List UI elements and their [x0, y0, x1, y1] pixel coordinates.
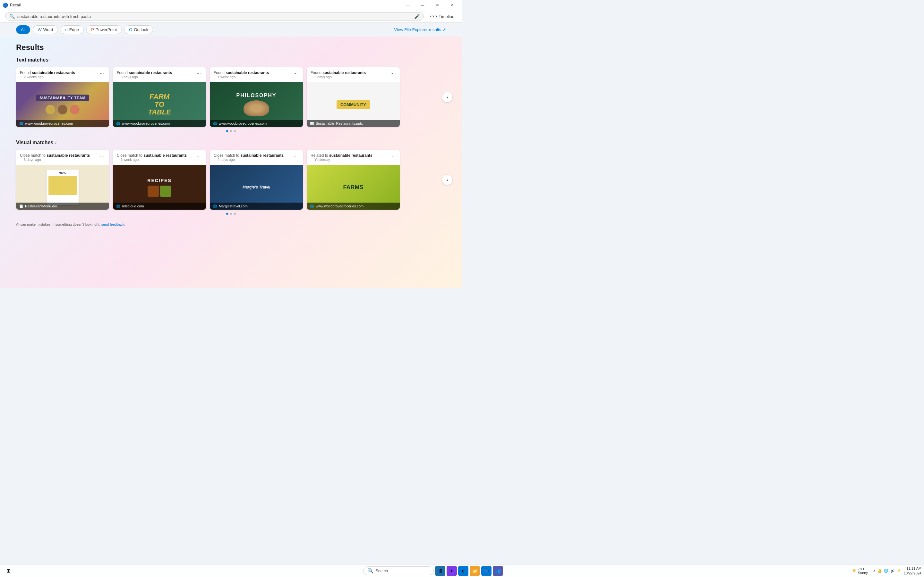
search-input[interactable]	[17, 14, 412, 19]
visual-card-image-2[interactable]: RECIPES 🌐 relecloud.com	[113, 165, 206, 210]
text-matches-section: Text matches › Found sustainable restaur…	[16, 57, 446, 132]
card-footer-text-2: www.woodgrovegroceries.com	[122, 121, 170, 125]
main-content: Results Text matches › Found sustainable…	[0, 37, 462, 288]
ai-disclaimer: AI can make mistakes. If something doesn…	[16, 222, 446, 229]
microphone-button[interactable]: 🎤	[414, 14, 420, 19]
text-matches-chevron[interactable]: ›	[50, 58, 52, 62]
ai-disclaimer-text: AI can make mistakes. If something doesn…	[16, 222, 100, 226]
visual-card-menu-button-1[interactable]: ···	[99, 153, 105, 159]
restore-button[interactable]: ⧉	[430, 0, 445, 10]
dot-1[interactable]	[226, 130, 228, 132]
visual-card-title-1: Close match to sustainable restaurants	[20, 153, 90, 158]
text-matches-label: Text matches	[16, 57, 48, 63]
visual-card-time-3: 2 days ago	[214, 158, 284, 163]
text-match-card-4: Found sustainable restaurants 5 days ago…	[307, 67, 400, 127]
titlebar-title: Recall	[10, 3, 401, 7]
card-footer-icon-2: 🌐	[116, 122, 120, 125]
card-image-3[interactable]: PHILOSOPHY 🌐 www.woodgrovegroceries.com	[210, 82, 303, 127]
card-menu-button-3[interactable]: ···	[292, 71, 299, 76]
dot-2[interactable]	[230, 130, 232, 132]
card-time-1: 2 weeks ago	[20, 75, 75, 81]
visual-card-time-1: 6 days ago	[20, 158, 90, 163]
more-options-button[interactable]: ···	[401, 0, 415, 10]
search-box-container: 🔍 🎤	[5, 12, 424, 21]
card-header-4: Found sustainable restaurants 5 days ago…	[307, 67, 400, 82]
visual-matches-chevron[interactable]: ›	[55, 140, 57, 145]
visual-card-menu-button-3[interactable]: ···	[292, 153, 299, 159]
visual-card-title-2: Close match to sustainable restaurants	[117, 153, 187, 158]
close-button[interactable]: ✕	[445, 0, 459, 10]
visual-matches-next-button[interactable]: ›	[442, 175, 452, 185]
text-match-card-2: Found sustainable restaurants 3 days ago…	[113, 67, 206, 127]
filter-outlook[interactable]: O Outlook	[124, 25, 153, 34]
view-file-explorer-link[interactable]: View File Explorer results ↗	[394, 27, 446, 32]
minimize-button[interactable]: —	[415, 0, 430, 10]
powerpoint-label: PowerPoint	[95, 27, 117, 32]
card-image-4[interactable]: COMMUNITY 📊 Sustainable_Restaurants.pptx	[307, 82, 400, 127]
search-icon: 🔍	[9, 14, 15, 19]
visual-card-header-1: Close match to sustainable restaurants 6…	[16, 150, 109, 165]
visual-card-header-4: Related to sustainable restaurants Yeste…	[307, 150, 400, 165]
sustainability-team-label: SUSTAINABILITY TEAM	[36, 95, 89, 101]
card-footer-1: 🌐 www.woodgrovegroceries.com	[16, 120, 109, 127]
visual-matches-header: Visual matches ›	[16, 140, 446, 145]
filter-powerpoint[interactable]: P PowerPoint	[86, 25, 121, 34]
powerpoint-icon: P	[91, 27, 94, 32]
visual-card-time-2: 1 week ago	[117, 158, 187, 163]
card-title-2: Found sustainable restaurants	[117, 71, 172, 75]
visual-card-title-4: Related to sustainable restaurants	[310, 153, 373, 158]
community-badge: COMMUNITY	[336, 100, 370, 109]
visual-card-image-1[interactable]: MENU 📄 RestaurantMenu.doc	[16, 165, 109, 210]
card-footer-icon-1: 🌐	[19, 122, 23, 125]
timeline-icon: </>	[430, 14, 437, 19]
card-footer-icon-3: 🌐	[213, 122, 217, 125]
visual-card-footer-icon-4: 🌐	[310, 205, 314, 208]
card-image-1[interactable]: SUSTAINABILITY TEAM 🌐 www.woodgrovegroce…	[16, 82, 109, 127]
visual-card-footer-text-4: www.woodgrovegroceries.com	[316, 204, 363, 208]
card-header-3: Found sustainable restaurants 1 week ago…	[210, 67, 303, 82]
card-image-2[interactable]: FARMTOTABLE 🌐 www.woodgrovegroceries.com	[113, 82, 206, 127]
visual-match-card-1: Close match to sustainable restaurants 6…	[16, 150, 109, 210]
text-matches-next-button[interactable]: ›	[442, 92, 452, 102]
recipes-title: RECIPES	[147, 178, 171, 183]
timeline-button[interactable]: </> Timeline	[428, 13, 457, 20]
filter-all[interactable]: All	[16, 25, 30, 34]
filter-edge[interactable]: e Edge	[61, 25, 84, 34]
visual-card-menu-button-2[interactable]: ···	[195, 153, 202, 159]
search-area: 🔍 🎤 </> Timeline	[0, 10, 462, 23]
visual-card-image-4[interactable]: FARMS 🌐 www.woodgrovegroceries.com	[307, 165, 400, 210]
visual-dot-2[interactable]	[230, 213, 232, 215]
dot-3[interactable]	[234, 130, 236, 132]
card-footer-text-4: Sustainable_Restaurants.pptx	[316, 121, 363, 125]
word-label: Word	[43, 27, 53, 32]
visual-dot-3[interactable]	[234, 213, 236, 215]
external-link-icon: ↗	[443, 27, 446, 32]
visual-matches-pagination	[16, 213, 446, 215]
card-footer-2: 🌐 www.woodgrovegroceries.com	[113, 120, 206, 127]
visual-match-card-2: Close match to sustainable restaurants 1…	[113, 150, 206, 210]
card-menu-button-2[interactable]: ···	[195, 71, 202, 76]
all-label: All	[21, 27, 25, 32]
text-matches-header: Text matches ›	[16, 57, 446, 63]
outlook-label: Outlook	[134, 27, 148, 32]
titlebar-controls: ··· — ⧉ ✕	[401, 0, 459, 10]
card-footer-4: 📊 Sustainable_Restaurants.pptx	[307, 120, 400, 127]
send-feedback-link[interactable]: send feedback	[102, 222, 124, 226]
visual-card-footer-3: 🌐 Margiestravel.com	[210, 203, 303, 210]
text-matches-row: Found sustainable restaurants 2 weeks ag…	[16, 67, 446, 127]
visual-card-footer-text-2: relecloud.com	[122, 204, 144, 208]
visual-card-header-2: Close match to sustainable restaurants 1…	[113, 150, 206, 165]
visual-card-menu-button-4[interactable]: ···	[389, 153, 396, 159]
visual-card-footer-text-1: RestaurantMenu.doc	[25, 204, 58, 208]
visual-match-card-3: Close match to sustainable restaurants 2…	[210, 150, 303, 210]
visual-card-footer-icon-2: 🌐	[116, 205, 120, 208]
visual-dot-1[interactable]	[226, 213, 228, 215]
filter-word[interactable]: W Word	[33, 25, 58, 34]
visual-card-image-3[interactable]: Margie's Travel 🌐 Margiestravel.com	[210, 165, 303, 210]
visual-card-footer-icon-3: 🌐	[213, 205, 217, 208]
filter-tabs: All W Word e Edge P PowerPoint O Outlook…	[0, 23, 462, 37]
card-menu-button-4[interactable]: ···	[389, 71, 396, 76]
edge-label: Edge	[69, 27, 79, 32]
card-menu-button-1[interactable]: ···	[99, 71, 105, 76]
recall-icon: 🔵	[3, 3, 8, 8]
